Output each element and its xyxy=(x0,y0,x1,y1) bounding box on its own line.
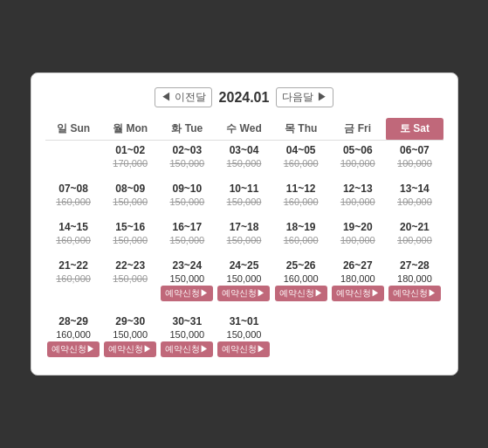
price: 150,000 xyxy=(217,158,271,169)
table-cell: 09~10150,000 xyxy=(159,179,216,210)
book-button[interactable]: 예약신청▶ xyxy=(161,286,213,301)
price: 100,000 xyxy=(388,196,441,207)
date-range: 03~04 xyxy=(217,144,271,156)
date-range: 26~27 xyxy=(331,259,384,272)
date-range: 27~28 xyxy=(388,259,441,272)
date-range: 06~07 xyxy=(388,144,441,156)
table-cell: 01~02170,000 xyxy=(102,141,159,173)
book-button[interactable]: 예약신청▶ xyxy=(332,286,384,301)
weekday-tue: 화 Tue xyxy=(159,118,216,141)
table-cell: 31~01150,000예약신청▶ xyxy=(216,312,272,361)
price: 170,000 xyxy=(104,158,157,169)
date-range: 20~21 xyxy=(388,221,441,233)
date-range: 01~02 xyxy=(104,144,157,156)
date-range: 25~26 xyxy=(274,259,327,272)
date-range: 18~19 xyxy=(274,221,327,233)
table-cell: 17~18150,000 xyxy=(216,217,272,249)
price: 160,000 xyxy=(274,196,327,207)
table-cell: 10~11150,000 xyxy=(216,179,272,210)
weekday-header-row: 일 Sun 월 Mon 화 Tue 수 Wed 목 Thu 금 Fri 토 Sa… xyxy=(45,118,443,141)
table-cell: 02~03150,000 xyxy=(159,141,216,173)
weekday-wed: 수 Wed xyxy=(216,118,272,141)
calendar-row: 14~15160,00015~16150,00016~17150,00017~1… xyxy=(45,217,443,249)
table-cell: 04~05160,000 xyxy=(272,141,329,173)
table-cell: 06~07100,000 xyxy=(386,141,443,173)
price: 150,000 xyxy=(161,329,214,340)
date-range: 12~13 xyxy=(331,183,384,195)
calendar-container: ◀ 이전달 2024.01 다음달 ▶ 일 Sun 월 Mon 화 Tue 수 … xyxy=(31,72,458,376)
weekday-sun: 일 Sun xyxy=(45,118,102,141)
date-range: 19~20 xyxy=(331,221,384,233)
date-range: 10~11 xyxy=(217,183,271,195)
calendar-row: 01~02170,00002~03150,00003~04150,00004~0… xyxy=(45,141,443,173)
price: 160,000 xyxy=(274,235,327,245)
table-cell: 29~30150,000예약신청▶ xyxy=(102,312,159,361)
book-button[interactable]: 예약신청▶ xyxy=(217,286,270,301)
date-range: 15~16 xyxy=(104,221,157,233)
date-range: 13~14 xyxy=(388,183,441,195)
table-cell: 12~13100,000 xyxy=(329,179,386,210)
price: 150,000 xyxy=(161,235,214,245)
row-spacer xyxy=(45,249,443,256)
book-button[interactable]: 예약신청▶ xyxy=(161,341,213,357)
date-range: 09~10 xyxy=(161,183,214,195)
weekday-fri: 금 Fri xyxy=(329,118,386,141)
calendar-row: 07~08160,00008~09150,00009~10150,00010~1… xyxy=(45,179,443,210)
table-cell: 15~16150,000 xyxy=(102,217,159,249)
price: 150,000 xyxy=(104,273,157,284)
date-range: 28~29 xyxy=(47,315,100,327)
price: 150,000 xyxy=(161,158,214,169)
date-range: 05~06 xyxy=(331,144,384,156)
table-cell: 28~29160,000예약신청▶ xyxy=(45,312,102,361)
table-cell: 07~08160,000 xyxy=(45,179,102,210)
calendar-row: 28~29160,000예약신청▶29~30150,000예약신청▶30~311… xyxy=(45,312,443,361)
prev-month-button[interactable]: ◀ 이전달 xyxy=(155,87,211,107)
price: 150,000 xyxy=(217,196,271,207)
weekday-thu: 목 Thu xyxy=(272,118,329,141)
next-month-button[interactable]: 다음달 ▶ xyxy=(276,87,333,107)
date-range: 07~08 xyxy=(47,183,100,195)
date-range: 22~23 xyxy=(104,259,157,272)
date-range: 24~25 xyxy=(217,259,271,272)
price: 150,000 xyxy=(161,196,214,207)
book-button[interactable]: 예약신청▶ xyxy=(47,341,100,357)
date-range: 02~03 xyxy=(161,144,214,156)
price: 160,000 xyxy=(274,158,327,169)
book-button[interactable]: 예약신청▶ xyxy=(388,286,441,301)
date-range: 21~22 xyxy=(47,259,100,272)
table-cell: 03~04150,000 xyxy=(216,141,272,173)
date-range: 16~17 xyxy=(161,221,214,233)
price: 100,000 xyxy=(331,235,384,245)
price: 100,000 xyxy=(388,235,441,245)
date-range: 23~24 xyxy=(161,259,214,272)
price: 150,000 xyxy=(217,235,271,245)
date-range: 30~31 xyxy=(161,315,214,327)
calendar-header: ◀ 이전달 2024.01 다음달 ▶ xyxy=(45,87,443,107)
book-button[interactable]: 예약신청▶ xyxy=(275,286,327,301)
table-cell: 30~31150,000예약신청▶ xyxy=(159,312,216,361)
price: 150,000 xyxy=(104,329,157,340)
price: 160,000 xyxy=(47,273,100,284)
book-button[interactable]: 예약신청▶ xyxy=(217,341,270,357)
price: 150,000 xyxy=(161,273,214,284)
price: 160,000 xyxy=(274,273,327,284)
book-button[interactable]: 예약신청▶ xyxy=(104,341,156,357)
price: 180,000 xyxy=(388,273,441,284)
price: 100,000 xyxy=(331,196,384,207)
date-range: 04~05 xyxy=(274,144,327,156)
price: 180,000 xyxy=(331,273,384,284)
table-cell xyxy=(45,141,102,173)
table-cell: 11~12160,000 xyxy=(272,179,329,210)
table-cell: 05~06100,000 xyxy=(329,141,386,173)
calendar-table: 일 Sun 월 Mon 화 Tue 수 Wed 목 Thu 금 Fri 토 Sa… xyxy=(45,118,443,361)
price: 160,000 xyxy=(47,196,100,207)
month-title: 2024.01 xyxy=(219,90,270,106)
table-cell: 22~23150,000 xyxy=(102,256,159,305)
date-range: 08~09 xyxy=(104,183,157,195)
price: 150,000 xyxy=(217,273,271,284)
price: 160,000 xyxy=(47,329,100,340)
calendar-row: 21~22160,00022~23150,00023~24150,000예약신청… xyxy=(45,256,443,305)
row-spacer xyxy=(45,305,443,312)
table-cell: 08~09150,000 xyxy=(102,179,159,210)
table-cell: 16~17150,000 xyxy=(159,217,216,249)
